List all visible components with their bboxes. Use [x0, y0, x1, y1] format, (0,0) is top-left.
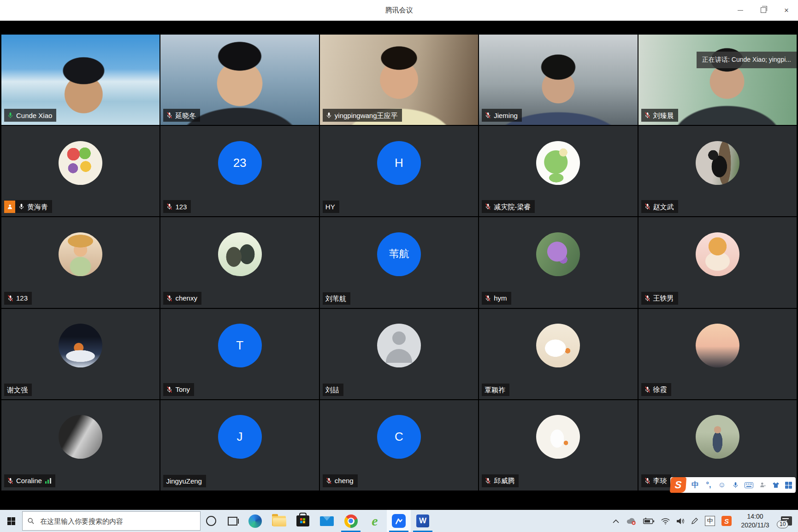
search-input[interactable]	[39, 517, 179, 526]
participant-tile[interactable]: 刘臻晨 正在讲话: Cunde Xiao; yingpi...	[638, 35, 797, 125]
taskbar-app-tencent-meeting[interactable]	[387, 510, 411, 532]
participant-tile[interactable]: yingpingwang王应平	[320, 35, 478, 125]
participant-tile[interactable]: Coraline	[1, 400, 160, 491]
ime-passthrough-icon[interactable]	[758, 482, 767, 488]
participant-tile[interactable]: 王轶男	[638, 217, 797, 307]
battery-charging-icon[interactable]	[643, 518, 655, 524]
participant-tile[interactable]: 徐霞	[638, 309, 797, 399]
participant-avatar	[59, 324, 102, 367]
participant-avatar	[696, 141, 739, 185]
tray-chevron-up-icon[interactable]	[613, 519, 619, 523]
participant-tile[interactable]: J JingyuZeng	[160, 400, 319, 491]
start-button[interactable]	[0, 510, 22, 532]
participant-name: 徐霞	[653, 386, 667, 393]
participant-tile[interactable]: Jieming	[479, 35, 637, 125]
participant-name: JingyuZeng	[166, 478, 202, 485]
participant-avatar-area	[479, 126, 637, 200]
cortana-icon	[206, 516, 216, 526]
ime-keyboard-icon[interactable]	[745, 482, 753, 488]
clock-time: 14:00	[738, 512, 772, 521]
participant-tile[interactable]: 谢文强	[1, 309, 160, 399]
participant-name: cheng	[335, 477, 354, 484]
network-signal-icon	[45, 478, 51, 484]
participant-tile[interactable]: 苇航 刘苇航	[320, 217, 478, 307]
cortana-button[interactable]	[201, 510, 222, 532]
mic-status-icon	[7, 112, 14, 119]
taskbar-clock[interactable]: 14:00 2020/11/3	[738, 512, 772, 530]
mic-status-icon	[166, 295, 173, 302]
mic-status-icon	[485, 295, 491, 302]
mic-status-icon	[166, 203, 173, 210]
participant-name-tag: Coraline	[4, 474, 55, 487]
participant-avatar	[218, 232, 262, 276]
participant-name: Jieming	[494, 112, 518, 119]
chrome-icon	[344, 514, 358, 528]
taskbar-search-box[interactable]	[22, 511, 201, 531]
participant-name: HY	[325, 203, 335, 210]
participant-name: 谢文强	[7, 386, 28, 393]
participant-tile[interactable]: 刘喆	[320, 309, 478, 399]
minimize-icon	[738, 10, 743, 11]
participant-tile[interactable]: 23 123	[160, 126, 319, 216]
participant-avatar-area	[638, 217, 797, 291]
participant-avatar-area	[479, 217, 637, 291]
participant-avatar	[536, 141, 580, 185]
participant-avatar: 23	[218, 141, 262, 185]
pen-icon[interactable]	[691, 517, 698, 525]
participant-tile[interactable]: Cunde Xiao	[1, 35, 160, 125]
participant-avatar-area	[1, 309, 160, 383]
participant-name: 123	[16, 295, 28, 301]
window-controls: ✕	[729, 0, 798, 20]
action-center-button[interactable]: 10	[779, 510, 794, 532]
sogou-logo-icon[interactable]: S	[670, 477, 686, 493]
taskbar-app-chrome[interactable]	[339, 510, 363, 532]
ime-chinese-mode-button[interactable]: 中	[691, 480, 699, 490]
mic-status-icon	[166, 386, 173, 393]
volume-icon[interactable]	[676, 518, 685, 525]
ime-voice-icon[interactable]	[731, 481, 739, 489]
participant-name: 邱威腾	[494, 477, 514, 484]
tray-ime-indicator[interactable]: 中	[705, 516, 715, 526]
participant-avatar	[696, 232, 739, 276]
participant-tile[interactable]: 黄海青	[1, 126, 160, 216]
participant-tile[interactable]: T Tony	[160, 309, 319, 399]
ime-toolbox-icon[interactable]	[785, 482, 792, 489]
participant-tile[interactable]: 覃颖祚	[479, 309, 637, 399]
participant-tile[interactable]: C cheng	[320, 400, 478, 491]
ime-skin-icon[interactable]	[772, 482, 780, 488]
participant-name-tag: 覃颖祚	[482, 384, 509, 396]
taskbar-app-word[interactable]: W	[411, 510, 435, 532]
close-button[interactable]: ✕	[775, 0, 798, 20]
microsoft-store-icon	[296, 515, 309, 526]
onedrive-error-icon[interactable]	[626, 517, 637, 525]
participant-name-tag: 王轶男	[641, 292, 678, 305]
video-grid: Cunde Xiao 延晓冬	[1, 35, 797, 491]
minimize-button[interactable]	[729, 0, 752, 20]
participant-tile[interactable]: 邱威腾	[479, 400, 637, 491]
wifi-icon[interactable]	[661, 518, 670, 525]
participant-name: 李琰	[653, 477, 667, 484]
sogou-ime-toolbar[interactable]: S 中 °, ☺	[670, 477, 796, 493]
participant-tile[interactable]: chenxy	[160, 217, 319, 307]
taskbar-app-store[interactable]	[291, 510, 315, 532]
participant-avatar-area	[479, 309, 637, 383]
tray-sogou-icon[interactable]: S	[721, 516, 732, 526]
participant-tile[interactable]: hym	[479, 217, 637, 307]
restore-button[interactable]	[752, 0, 775, 20]
participant-tile[interactable]: 赵文武	[638, 126, 797, 216]
taskbar-app-file-explorer[interactable]	[267, 510, 291, 532]
participant-tile[interactable]: 123	[1, 217, 160, 307]
participant-name: 刘喆	[325, 386, 339, 393]
taskbar-app-ie-browser[interactable]: e	[363, 510, 387, 532]
participant-avatar	[377, 324, 421, 367]
taskbar-app-mail[interactable]	[315, 510, 339, 532]
ime-emoji-button[interactable]: ☺	[718, 481, 726, 489]
ime-punctuation-button[interactable]: °,	[704, 481, 713, 489]
mic-status-icon	[325, 112, 332, 119]
participant-tile[interactable]: H HY	[320, 126, 478, 216]
participant-tile[interactable]: 延晓冬	[160, 35, 319, 125]
participant-avatar	[696, 415, 739, 459]
taskbar-app-edge[interactable]	[243, 510, 267, 532]
task-view-button[interactable]	[222, 510, 243, 532]
participant-tile[interactable]: 减灾院-梁睿	[479, 126, 637, 216]
